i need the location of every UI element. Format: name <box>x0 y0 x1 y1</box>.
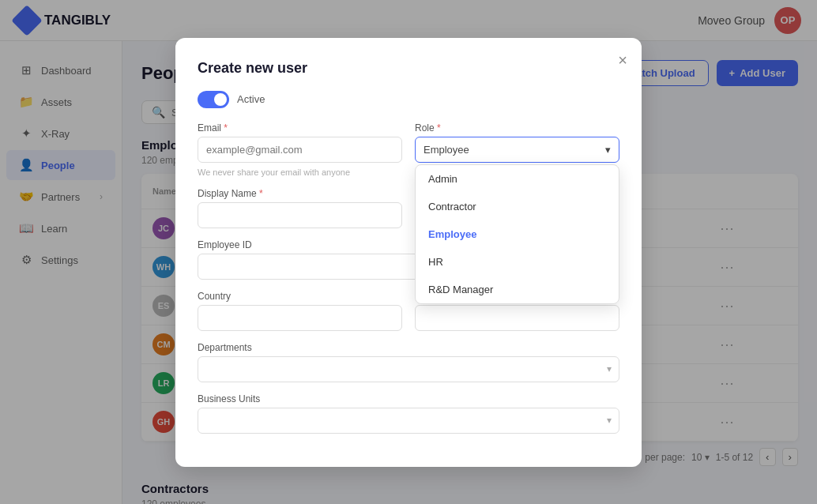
business-units-field-group: Business Units ▾ <box>198 393 619 434</box>
email-hint: We never share your email with anyone <box>198 167 402 177</box>
role-selected-value: Employee <box>424 144 469 156</box>
display-name-field-group: Display Name * <box>198 188 402 228</box>
role-select-display[interactable]: Employee ▾ <box>415 137 619 163</box>
business-units-row: Business Units ▾ <box>198 393 619 434</box>
create-user-modal: × Create new user Active Email * We neve… <box>175 38 642 467</box>
role-option-contractor[interactable]: Contractor <box>416 193 619 220</box>
country-input[interactable] <box>198 305 402 331</box>
departments-select-wrapper: ▾ <box>198 356 619 382</box>
departments-label: Departments <box>198 342 619 353</box>
country-label: Country <box>198 291 402 302</box>
email-input[interactable] <box>198 137 402 163</box>
active-toggle[interactable] <box>198 91 229 108</box>
departments-input[interactable] <box>198 356 619 382</box>
departments-field-group: Departments ▾ <box>198 342 619 382</box>
role-field-group: Role * Employee ▾ Admin Contractor Emplo… <box>415 122 619 177</box>
chevron-down-icon: ▾ <box>605 144 611 156</box>
role-label: Role * <box>415 122 619 134</box>
email-label: Email * <box>198 122 402 134</box>
active-toggle-row: Active <box>198 91 619 108</box>
business-units-label: Business Units <box>198 393 619 404</box>
modal-close-button[interactable]: × <box>618 52 627 68</box>
role-select-wrapper: Employee ▾ Admin Contractor Employee HR … <box>415 137 619 163</box>
active-label: Active <box>237 93 265 105</box>
business-units-input[interactable] <box>198 408 619 434</box>
role-option-hr[interactable]: HR <box>416 248 619 276</box>
role-option-rd-manager[interactable]: R&D Manager <box>416 276 619 303</box>
email-role-row: Email * We never share your email with a… <box>198 122 619 177</box>
email-field-group: Email * We never share your email with a… <box>198 122 402 177</box>
role-dropdown: Admin Contractor Employee HR R&D Manager <box>415 164 619 304</box>
location-input[interactable] <box>415 305 619 331</box>
business-units-select-wrapper: ▾ <box>198 408 619 434</box>
modal-overlay[interactable]: × Create new user Active Email * We neve… <box>0 0 817 504</box>
role-option-admin[interactable]: Admin <box>416 165 619 193</box>
role-option-employee[interactable]: Employee <box>416 220 619 248</box>
modal-title: Create new user <box>198 60 619 77</box>
display-name-label: Display Name * <box>198 188 402 199</box>
departments-row: Departments ▾ <box>198 342 619 382</box>
display-name-input[interactable] <box>198 202 402 228</box>
toggle-knob <box>214 93 227 106</box>
country-field-group: Country <box>198 291 402 331</box>
